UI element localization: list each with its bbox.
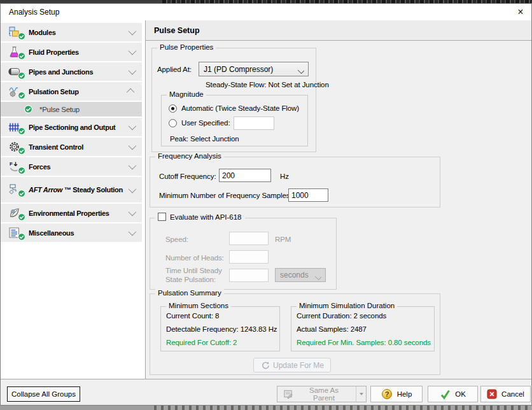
required-for-cutoff-value: Required For Cutoff: 2 [166,339,237,346]
edit-form-icon [283,389,293,399]
api618-group: Evaluate with API-618 Speed: RPM Number … [150,218,337,290]
frequency-analysis-group: Frequency Analysis Cutoff Frequency: Hz … [150,157,440,208]
sidebar-item-label: Pipe Sectioning and Output [23,124,129,131]
sidebar-item-label: Environmental Properties [23,209,129,217]
chevron-down-icon [129,27,137,36]
steady-state-note: Steady-State Flow: Not Set at Junction [206,81,329,88]
pulsation-icon [8,85,23,99]
sidebar-item-miscellaneous[interactable]: Miscellaneous [1,223,142,242]
user-specified-input[interactable] [234,117,274,130]
sidebar-item-label: Pulsation Setup [23,88,129,95]
analysis-setup-dialog: Analysis Setup × Modules [0,3,532,406]
collapse-all-groups-button[interactable]: Collapse All Groups [7,386,80,402]
min-samples-label: Minimum Number of Frequency Samples: [159,192,292,199]
chevron-down-icon [129,142,137,150]
sidebar-item-modules[interactable]: Modules [1,23,142,41]
sidebar-item-fluid-properties[interactable]: Fluid Properties [1,43,142,61]
flask-icon [8,45,23,59]
group-legend: Pulsation Summary [155,289,224,297]
svg-text:F: F [10,161,13,167]
user-specified-label: User Specified: [181,119,230,127]
sidebar-item-pipe-sectioning[interactable]: Pipe Sectioning and Output [1,118,142,136]
chevron-down-icon [129,208,137,216]
sidebar-item-aft-arrow-steady-solution[interactable]: AFT Arrow ™ Steady Solution [1,177,142,202]
cancel-x-icon [487,389,497,399]
cutoff-frequency-input[interactable] [219,169,271,182]
time-unit-dropdown: seconds [275,268,326,282]
sidebar-item-pulse-setup[interactable]: *Pulse Setup [1,102,142,117]
actual-samples-value: Actual Samples: 2487 [297,325,367,333]
page-title: Pulse Setup [146,20,531,41]
same-as-parent-button: Same As Parent [277,386,367,402]
chevron-down-icon [315,274,321,280]
api618-legend: Evaluate with API-618 [155,213,245,221]
check-icon [440,389,451,400]
automatic-radio-label: Automatic (Twice Steady-State Flow) [181,104,299,112]
close-button[interactable]: × [510,4,531,20]
window-title: Analysis Setup [9,8,59,17]
help-button[interactable]: ? Help [370,386,423,402]
time-label-line2: State Pulsation: [165,276,216,283]
pulse-setup-content: Pulse Properties Applied At: J1 (PD Comp… [146,41,531,379]
leaf-icon [8,206,23,220]
background-window-sliver-bottom [0,406,532,410]
group-legend: Pulse Properties [157,43,216,51]
min-samples-input[interactable] [288,188,328,202]
sidebar-item-pulsation-setup[interactable]: Pulsation Setup [1,82,142,101]
chevron-down-icon [129,228,137,236]
refresh-icon [260,360,270,370]
footer: Collapse All Groups Same As Parent ? Hel… [1,379,531,405]
modules-icon [8,25,23,39]
ok-button[interactable]: OK [428,386,478,402]
sidebar-subitem-label: *Pulse Setup [35,106,137,113]
sidebar: Modules Fluid Properties [1,20,145,379]
speed-unit-label: RPM [275,236,291,243]
detectable-frequency-value: Detectable Frequency: 1243.83 Hz [166,325,277,333]
pulsation-summary-group: Pulsation Summary Minimum Sections Curre… [150,293,440,375]
help-icon: ? [381,388,393,400]
current-duration-value: Current Duration: 2 seconds [297,312,386,320]
chevron-down-icon [356,386,366,402]
update-for-me-button[interactable]: Update For Me [253,358,331,372]
chevron-down-icon [129,122,137,131]
api618-checkbox-label: Evaluate with API-618 [170,213,242,221]
pulse-properties-group: Pulse Properties Applied At: J1 (PD Comp… [151,48,316,152]
flowchart-icon [8,183,23,197]
sidebar-item-forces[interactable]: F Forces [1,157,142,176]
sidebar-item-pipes-and-junctions[interactable]: Pipes and Junctions [1,62,142,81]
minimum-sections-group: Minimum Sections Current Count: 8 Detect… [160,306,280,351]
time-label-line1: Time Until Steady [165,267,222,274]
cutoff-unit-label: Hz [280,173,289,180]
applied-at-dropdown[interactable]: J1 (PD Compressor) [199,62,309,76]
cancel-button[interactable]: Cancel [480,386,531,402]
cutoff-frequency-label: Cutoff Frequency: [159,173,216,180]
user-specified-radio[interactable] [169,119,177,127]
minimum-simulation-duration-group: Minimum Simulation Duration Current Dura… [291,306,435,351]
api618-checkbox[interactable] [158,213,166,221]
chevron-down-icon [129,47,137,55]
current-count-value: Current Count: 8 [166,312,219,320]
speed-input [229,232,269,245]
heads-label: Number of Heads: [165,254,224,262]
magnitude-group: Magnitude Automatic (Twice Steady-State … [161,95,308,146]
applied-at-label: Applied At: [157,66,192,73]
sidebar-item-label: Pipes and Junctions [23,68,129,76]
sidebar-item-label: Miscellaneous [23,229,129,237]
heads-input [229,250,269,264]
check-badge-icon [24,105,35,113]
sidebar-item-label: Modules [23,29,129,36]
main-panel: Pulse Setup Pulse Properties Applied At:… [145,20,531,379]
sidebar-item-label: Fluid Properties [23,48,129,56]
sidebar-item-environmental-properties[interactable]: Environmental Properties [1,204,142,222]
sidebar-item-label: AFT Arrow ™ Steady Solution [23,186,129,194]
chevron-down-icon [129,67,137,75]
peak-note: Peak: Select Junction [170,135,239,143]
titlebar: Analysis Setup × [1,4,531,20]
sectioning-icon [8,120,23,134]
sidebar-item-transient-control[interactable]: Transient Control [1,138,142,156]
chevron-down-icon [129,162,137,170]
list-icon [8,226,23,240]
automatic-radio[interactable] [169,104,177,113]
pipe-icon [8,65,23,79]
group-legend: Magnitude [167,90,206,98]
